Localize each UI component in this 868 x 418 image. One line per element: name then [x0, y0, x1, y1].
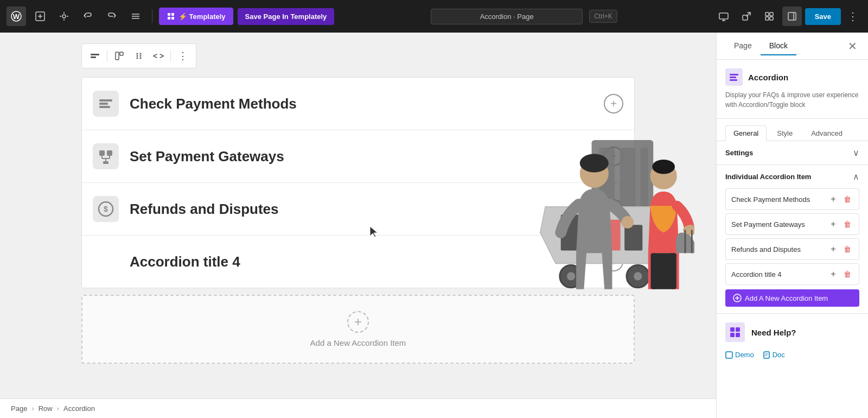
templately-button[interactable]: ⚡ Templately — [159, 8, 233, 25]
list-item-1-delete[interactable]: 🗑 — [841, 193, 853, 205]
svg-text:W: W — [13, 12, 20, 21]
svg-rect-40 — [99, 150, 105, 156]
individual-accordion-header[interactable]: Individual Accordion Item ∧ — [725, 172, 859, 182]
parent-block-button[interactable] — [111, 47, 128, 65]
svg-rect-66 — [650, 253, 676, 289]
breadcrumb-accordion[interactable]: Accordion — [63, 404, 95, 413]
tools-button[interactable] — [54, 7, 74, 26]
accordion-item-1-icon — [93, 91, 119, 117]
toolbar-separator — [152, 10, 152, 23]
preview-new-tab-button[interactable] — [737, 7, 756, 26]
list-item-2-add[interactable]: + — [827, 218, 839, 230]
drag-handle[interactable] — [130, 47, 148, 65]
doc-link[interactable]: Doc — [763, 351, 785, 359]
sub-tabs: General Style Advanced — [717, 119, 868, 141]
toolbar-sep-2 — [170, 50, 171, 61]
svg-rect-37 — [99, 99, 112, 102]
list-item-3-delete[interactable]: 🗑 — [841, 243, 853, 255]
breadcrumb-row[interactable]: Row — [39, 404, 53, 413]
svg-rect-80 — [726, 352, 732, 358]
tab-page[interactable]: Page — [725, 37, 761, 55]
toolbar-sep-1 — [107, 50, 107, 61]
accordion-block-name: Accordion — [748, 73, 788, 82]
svg-point-36 — [140, 58, 142, 59]
svg-rect-71 — [730, 77, 736, 78]
save-templately-button[interactable]: Save Page In Templately — [238, 8, 335, 25]
block-toolbar: < > ⋮ — [81, 43, 196, 68]
svg-rect-23 — [765, 17, 769, 20]
svg-rect-38 — [99, 103, 108, 105]
accordion-block-icon — [725, 68, 743, 86]
svg-rect-22 — [770, 12, 773, 16]
svg-rect-28 — [91, 56, 96, 58]
list-item-4-add[interactable]: + — [827, 268, 839, 280]
svg-point-62 — [580, 154, 609, 172]
list-item-2-actions: + 🗑 — [827, 218, 853, 230]
svg-rect-46 — [103, 161, 108, 164]
svg-rect-14 — [171, 13, 174, 16]
svg-rect-81 — [764, 352, 769, 358]
toolbar-title-area: Accordion · Page Ctrl+K — [339, 9, 709, 24]
need-help-icon — [725, 322, 745, 342]
save-button[interactable]: Save — [805, 8, 841, 25]
preview-desktop-button[interactable] — [714, 7, 733, 26]
list-item-1-actions: + 🗑 — [827, 193, 853, 205]
svg-rect-16 — [171, 17, 174, 20]
svg-point-32 — [140, 53, 142, 55]
breadcrumb-page[interactable]: Page — [11, 404, 27, 413]
svg-point-65 — [652, 160, 675, 174]
need-help-section: Need Help? — [717, 314, 868, 351]
list-item-3-name: Refunds and Disputes — [731, 245, 827, 254]
list-item-2-delete[interactable]: 🗑 — [841, 218, 853, 230]
list-item-4-actions: + 🗑 — [827, 268, 853, 280]
editor-area: < > ⋮ Check Payment Methods + — [0, 33, 716, 418]
main-layout: < > ⋮ Check Payment Methods + — [0, 33, 868, 418]
main-toolbar: W ⚡ Templately Save Page In Templately A… — [0, 0, 868, 33]
list-item-1-add[interactable]: + — [827, 193, 839, 205]
block-type-icon[interactable] — [86, 47, 104, 65]
svg-rect-78 — [730, 333, 735, 337]
sub-tab-style[interactable]: Style — [769, 125, 801, 141]
svg-rect-17 — [719, 13, 728, 19]
tab-block[interactable]: Block — [761, 37, 796, 55]
list-item-3-actions: + 🗑 — [827, 243, 853, 255]
settings-section: Settings ∨ — [717, 141, 868, 165]
add-new-accordion-label: Add A New Accordion Item — [745, 294, 828, 302]
breadcrumb-sep-1: › — [31, 404, 34, 413]
add-block-button[interactable] — [30, 7, 50, 26]
settings-section-title: Settings — [725, 149, 753, 157]
navigate-button[interactable]: < > — [150, 47, 167, 65]
svg-rect-60 — [624, 225, 642, 250]
undo-button[interactable] — [78, 7, 98, 26]
accordion-list-item-2: Set Payment Gateways + 🗑 — [725, 213, 859, 235]
settings-section-chevron: ∨ — [853, 148, 859, 158]
list-item-3-add[interactable]: + — [827, 243, 839, 255]
individual-accordion-chevron: ∧ — [853, 172, 859, 182]
add-new-accordion-button[interactable]: Add A New Accordion Item — [725, 289, 859, 307]
svg-rect-29 — [116, 52, 119, 60]
page-title-input[interactable]: Accordion · Page — [431, 9, 583, 24]
svg-point-31 — [137, 53, 138, 55]
wp-logo[interactable]: W — [7, 7, 26, 26]
list-item-4-delete[interactable]: 🗑 — [841, 268, 853, 280]
accordion-list-item-3: Refunds and Disputes + 🗑 — [725, 238, 859, 260]
sub-tab-general[interactable]: General — [725, 125, 767, 141]
sub-tab-advanced[interactable]: Advanced — [803, 125, 851, 141]
accordion-item-1-expand[interactable]: + — [604, 94, 623, 113]
library-button[interactable] — [760, 7, 779, 26]
svg-point-55 — [567, 272, 575, 280]
list-item-1-name: Check Payment Methods — [731, 195, 827, 204]
more-block-options[interactable]: ⋮ — [174, 47, 192, 65]
illustration-area — [499, 119, 694, 317]
settings-section-header[interactable]: Settings ∨ — [725, 148, 859, 158]
more-options-button[interactable]: ⋮ — [844, 10, 861, 23]
panel-close-button[interactable]: ✕ — [846, 37, 859, 55]
details-button[interactable] — [126, 7, 145, 26]
redo-button[interactable] — [102, 7, 122, 26]
demo-link[interactable]: Demo — [725, 351, 754, 359]
svg-point-5 — [62, 15, 66, 18]
accordion-item-2-icon — [93, 143, 119, 169]
settings-panel-button[interactable] — [782, 7, 802, 26]
accordion-list-item-1: Check Payment Methods + 🗑 — [725, 188, 859, 210]
accordion-block-info: Accordion Display your FAQs & improve us… — [717, 60, 868, 119]
